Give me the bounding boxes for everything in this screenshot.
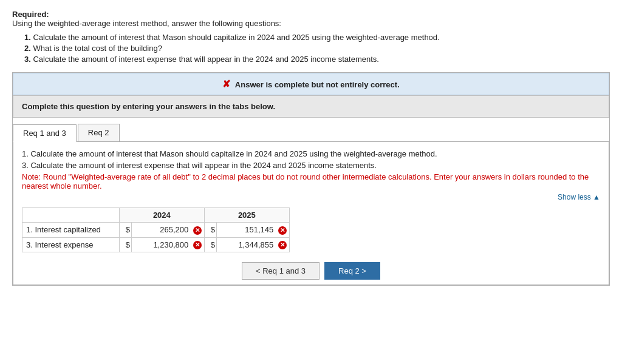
required-intro: Using the weighted-average interest meth… xyxy=(12,19,610,28)
row1-currency-2025: $ xyxy=(204,223,216,238)
row2-currency-2025: $ xyxy=(204,237,216,252)
tab-req2[interactable]: Req 2 xyxy=(78,124,120,141)
tabs-container: Req 1 and 3 Req 2 xyxy=(13,124,609,142)
col-header-2024: 2024 xyxy=(119,208,204,223)
error-circle-icon: ✘ xyxy=(222,79,230,89)
row2-value-2025[interactable]: 1,344,855 ✕ xyxy=(216,237,289,252)
list-text: Calculate the amount of interest expense… xyxy=(33,55,378,64)
required-title: Required: xyxy=(12,10,610,19)
list-num: 2. xyxy=(24,44,31,53)
col-header-2025: 2025 xyxy=(204,208,289,223)
prev-button[interactable]: < Req 1 and 3 xyxy=(242,262,320,280)
complete-instruction: Complete this question by entering your … xyxy=(13,95,609,118)
list-text: What is the total cost of the building? xyxy=(33,44,162,53)
error-icon: ✕ xyxy=(278,226,287,235)
list-text: Calculate the amount of interest that Ma… xyxy=(33,33,439,42)
list-num: 1. xyxy=(24,33,31,42)
tab-req1and3[interactable]: Req 1 and 3 xyxy=(13,124,77,142)
tab-note: Note: Round "Weighted-average rate of al… xyxy=(22,172,600,190)
row1-value-2025[interactable]: 151,145 ✕ xyxy=(216,223,289,238)
list-item: 2. What is the total cost of the buildin… xyxy=(24,44,610,53)
error-icon: ✕ xyxy=(193,226,202,235)
tab-content-box: 1. Calculate the amount of interest that… xyxy=(13,142,609,285)
next-button[interactable]: Req 2 > xyxy=(324,262,380,280)
table-row: 1. Interest capitalized $ 265,200 ✕ $ 15… xyxy=(22,223,290,238)
row2-currency-2024: $ xyxy=(119,237,131,252)
row2-value-2024[interactable]: 1,230,800 ✕ xyxy=(131,237,204,252)
required-list: 1. Calculate the amount of interest that… xyxy=(12,33,610,64)
error-icon: ✕ xyxy=(278,241,287,249)
tab-description-line1: 1. Calculate the amount of interest that… xyxy=(22,149,600,158)
answer-status-text: Answer is complete but not entirely corr… xyxy=(235,80,400,89)
tab-description-line2: 3. Calculate the amount of interest expe… xyxy=(22,161,600,170)
list-item: 1. Calculate the amount of interest that… xyxy=(24,33,610,42)
answer-status-box: ✘ Answer is complete but not entirely co… xyxy=(13,73,609,95)
row1-currency-2024: $ xyxy=(119,223,131,238)
row2-label: 3. Interest expense xyxy=(22,237,120,252)
data-table: 2024 2025 1. Interest capitalized $ 265,… xyxy=(22,207,290,252)
nav-buttons: < Req 1 and 3 Req 2 > xyxy=(22,262,600,280)
row1-value-2024[interactable]: 265,200 ✕ xyxy=(131,223,204,238)
required-section: Required: Using the weighted-average int… xyxy=(12,10,610,64)
row1-label: 1. Interest capitalized xyxy=(22,223,120,238)
show-less-button[interactable]: Show less xyxy=(22,193,600,201)
error-icon: ✕ xyxy=(193,241,202,249)
list-item: 3. Calculate the amount of interest expe… xyxy=(24,55,610,64)
list-num: 3. xyxy=(24,55,31,64)
table-row: 3. Interest expense $ 1,230,800 ✕ $ 1,34… xyxy=(22,237,290,252)
answer-wrapper: ✘ Answer is complete but not entirely co… xyxy=(12,72,610,286)
col-header-label xyxy=(22,208,120,223)
